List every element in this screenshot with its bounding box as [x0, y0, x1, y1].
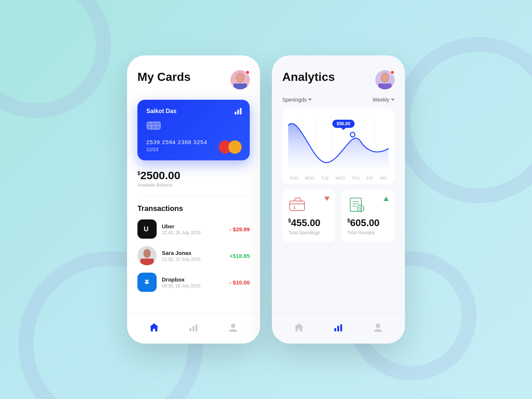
stat-card-spendings: $ $455.00 Total Spendings	[282, 190, 335, 242]
svg-rect-21	[378, 83, 392, 89]
receipts-label: Total Receipts	[347, 230, 389, 235]
svg-rect-2	[233, 83, 247, 89]
day-sun: SUN	[290, 176, 298, 180]
sara-date: 11:30, 22 July 2019	[162, 257, 229, 262]
card-holder-name: Saikot Das	[146, 108, 241, 115]
analytics-avatar-wrapper[interactable]	[375, 70, 395, 89]
bg-circle-3	[395, 37, 532, 203]
svg-text:U: U	[144, 225, 149, 233]
uber-amount: - $29.99	[229, 226, 250, 232]
sara-info: Sara Jonas 11:30, 22 July 2019	[162, 250, 229, 262]
analytics-title: Analytics	[282, 70, 335, 84]
uber-date: 12:45, 26 July 2019	[162, 230, 229, 235]
day-mon: MON	[305, 176, 314, 180]
stat-card-receipts: $ $605.00 Total Receipts	[341, 190, 395, 242]
bottom-nav	[127, 314, 260, 344]
stats-row: $ $455.00 Total Spendings	[282, 190, 395, 242]
svg-rect-17	[195, 324, 197, 331]
phone1-header: My Cards	[137, 70, 250, 89]
spendings-label: Total Spendings	[288, 230, 330, 235]
spendings-trend-down	[324, 197, 330, 201]
balance-label: Available Balance	[137, 183, 250, 188]
svg-point-22	[382, 74, 388, 82]
category-dropdown-arrow	[308, 99, 312, 101]
category-label: Speningds	[282, 97, 307, 103]
sara-name: Sara Jonas	[162, 250, 229, 256]
chart-tooltip: $56.00	[332, 120, 355, 128]
svg-point-29	[350, 132, 355, 137]
nav-profile-button[interactable]	[226, 320, 241, 335]
notification-dot	[245, 70, 250, 75]
svg-rect-15	[190, 328, 191, 331]
receipts-icon: $	[347, 197, 366, 213]
period-filter[interactable]: Weekly	[372, 97, 395, 103]
avatar-wrapper[interactable]	[231, 70, 250, 89]
analytics-bottom-nav	[272, 314, 405, 344]
transactions-title: Transactions	[137, 204, 250, 213]
transaction-item[interactable]: Dropbox 09:30, 18 July 2019 - $10.00	[137, 273, 250, 292]
analytics-nav-analytics-button[interactable]	[331, 320, 346, 335]
phones-container: My Cards	[127, 55, 405, 344]
sara-amount: +$18.85	[229, 253, 250, 259]
spendings-icon: $	[288, 197, 307, 213]
phone-analytics: Analytics Speningds	[272, 55, 405, 344]
nav-home-button[interactable]	[147, 320, 161, 335]
filter-row: Speningds Weekly	[282, 97, 395, 103]
svg-rect-42	[340, 324, 342, 331]
day-thu: THU	[352, 176, 360, 180]
spendings-currency: $	[288, 218, 291, 224]
receipts-trend-up	[383, 197, 389, 201]
transaction-item[interactable]: U Uber 12:45, 26 July 2019 - $29.99	[137, 219, 250, 239]
dropbox-info: Dropbox 09:30, 18 July 2019	[162, 276, 229, 289]
phone1-content: My Cards	[127, 55, 260, 314]
my-cards-title: My Cards	[137, 70, 191, 84]
nav-analytics-button[interactable]	[186, 320, 201, 335]
phone-my-cards: My Cards	[127, 55, 260, 344]
transaction-item[interactable]: Sara Jonas 11:30, 22 July 2019 +$18.85	[137, 246, 250, 265]
bg-circle-1	[0, 0, 111, 118]
receipts-currency: $	[347, 218, 350, 224]
phone2-header: Analytics	[282, 70, 395, 89]
uber-icon: U	[137, 219, 157, 239]
svg-rect-11	[140, 259, 154, 265]
svg-point-43	[376, 324, 380, 328]
svg-point-3	[237, 74, 243, 82]
day-wed: WED	[335, 176, 345, 180]
chart-svg-wrap: $56.00	[288, 112, 389, 173]
category-filter[interactable]: Speningds	[282, 97, 312, 103]
svg-point-18	[231, 324, 235, 328]
balance-amount: $2500.00	[137, 169, 250, 182]
svg-rect-40	[334, 328, 336, 331]
period-dropdown-arrow	[391, 99, 395, 101]
svg-marker-14	[150, 323, 158, 331]
svg-text:$: $	[359, 206, 361, 211]
analytics-nav-profile-button[interactable]	[371, 320, 385, 335]
dropbox-date: 09:30, 18 July 2019	[162, 283, 229, 289]
spendings-amount: $455.00	[288, 217, 330, 229]
svg-rect-41	[337, 326, 339, 331]
svg-text:$: $	[293, 206, 296, 210]
chart-container: $56.00 SUN MON TUE WED THU FRI SAT	[282, 109, 395, 184]
stat-card-receipts-header: $	[347, 197, 389, 213]
dropbox-name: Dropbox	[162, 276, 229, 283]
svg-rect-30	[290, 201, 304, 211]
svg-marker-39	[294, 323, 303, 331]
period-label: Weekly	[372, 97, 389, 103]
day-tue: TUE	[321, 176, 329, 180]
mastercard-logo	[219, 140, 242, 154]
balance-currency: $	[137, 170, 140, 176]
dropbox-amount: - $10.00	[229, 279, 250, 286]
stat-card-spendings-header: $	[288, 197, 330, 213]
chip-icon	[146, 120, 241, 133]
receipts-amount: $605.00	[347, 217, 389, 229]
balance-section: $2500.00 Available Balance	[137, 169, 250, 195]
signal-icon	[235, 108, 242, 115]
uber-info: Uber 12:45, 26 July 2019	[162, 223, 229, 235]
svg-rect-16	[192, 326, 194, 331]
day-sat: SAT	[379, 176, 387, 180]
dropbox-icon	[137, 273, 157, 292]
credit-card[interactable]: Saikot Das 2539 2594 2368 3254 12/23	[137, 100, 250, 160]
phone2-content: Analytics Speningds	[272, 55, 405, 314]
analytics-nav-home-button[interactable]	[291, 320, 306, 335]
chart-days: SUN MON TUE WED THU FRI SAT	[288, 173, 389, 184]
